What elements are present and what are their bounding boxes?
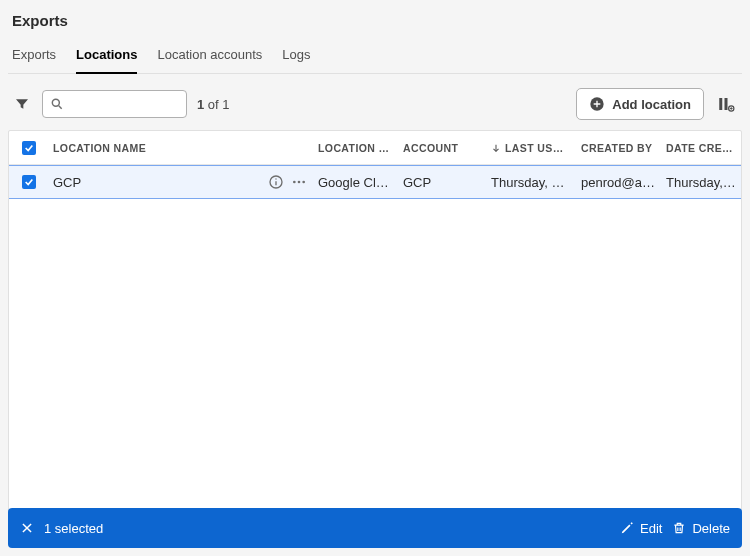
svg-point-10 bbox=[293, 181, 296, 184]
plus-circle-icon bbox=[589, 96, 605, 112]
tab-location-accounts[interactable]: Location accounts bbox=[157, 41, 262, 73]
col-account[interactable]: Account bbox=[399, 142, 487, 154]
filter-icon[interactable] bbox=[12, 94, 32, 114]
svg-point-9 bbox=[275, 178, 276, 179]
arrow-down-icon bbox=[491, 143, 501, 153]
tabs: Exports Locations Location accounts Logs bbox=[8, 41, 742, 74]
col-location-name[interactable]: Location Name bbox=[49, 142, 259, 154]
trash-icon bbox=[672, 521, 686, 535]
table-header: Location Name Location Ty… Account Last … bbox=[9, 131, 741, 165]
result-count: 1 of 1 bbox=[197, 97, 230, 112]
svg-point-11 bbox=[298, 181, 301, 184]
select-all-checkbox[interactable] bbox=[9, 141, 49, 155]
toolbar: 1 of 1 Add location bbox=[8, 74, 742, 130]
table-row[interactable]: GCP Google Clo… GCP Thursday, O… penrod@… bbox=[9, 165, 741, 199]
column-settings-icon[interactable] bbox=[714, 92, 738, 116]
clear-selection-button[interactable] bbox=[20, 521, 34, 535]
tab-logs[interactable]: Logs bbox=[282, 41, 310, 73]
edit-button[interactable]: Edit bbox=[620, 521, 662, 536]
close-icon bbox=[20, 521, 34, 535]
pencil-icon bbox=[620, 521, 634, 535]
info-icon[interactable] bbox=[268, 174, 284, 190]
svg-line-1 bbox=[59, 106, 62, 109]
delete-button[interactable]: Delete bbox=[672, 521, 730, 536]
more-icon[interactable] bbox=[290, 174, 308, 190]
col-last-used[interactable]: Last Us… bbox=[487, 142, 577, 154]
search-icon bbox=[50, 97, 64, 111]
row-checkbox[interactable] bbox=[9, 175, 49, 189]
table: Location Name Location Ty… Account Last … bbox=[8, 130, 742, 520]
selected-count: 1 selected bbox=[44, 521, 103, 536]
svg-point-12 bbox=[302, 181, 305, 184]
col-created-by[interactable]: Created By bbox=[577, 142, 662, 154]
search-wrap bbox=[42, 90, 187, 118]
add-location-button[interactable]: Add location bbox=[576, 88, 704, 120]
row-account: GCP bbox=[399, 175, 487, 190]
svg-rect-3 bbox=[719, 98, 722, 110]
svg-rect-4 bbox=[725, 98, 728, 110]
svg-point-0 bbox=[52, 99, 59, 106]
col-location-type[interactable]: Location Ty… bbox=[314, 142, 399, 154]
row-name: GCP bbox=[53, 175, 81, 190]
tab-locations[interactable]: Locations bbox=[76, 41, 137, 74]
col-date-created[interactable]: Date Created bbox=[662, 142, 742, 154]
tab-exports[interactable]: Exports bbox=[12, 41, 56, 73]
page-title: Exports bbox=[8, 8, 742, 41]
selection-bar: 1 selected Edit Delete bbox=[8, 508, 742, 548]
row-created-by: penrod@ad… bbox=[577, 175, 662, 190]
row-date-created: Thursday, O… bbox=[662, 175, 742, 190]
row-type: Google Clo… bbox=[314, 175, 399, 190]
row-last-used: Thursday, O… bbox=[487, 175, 577, 190]
